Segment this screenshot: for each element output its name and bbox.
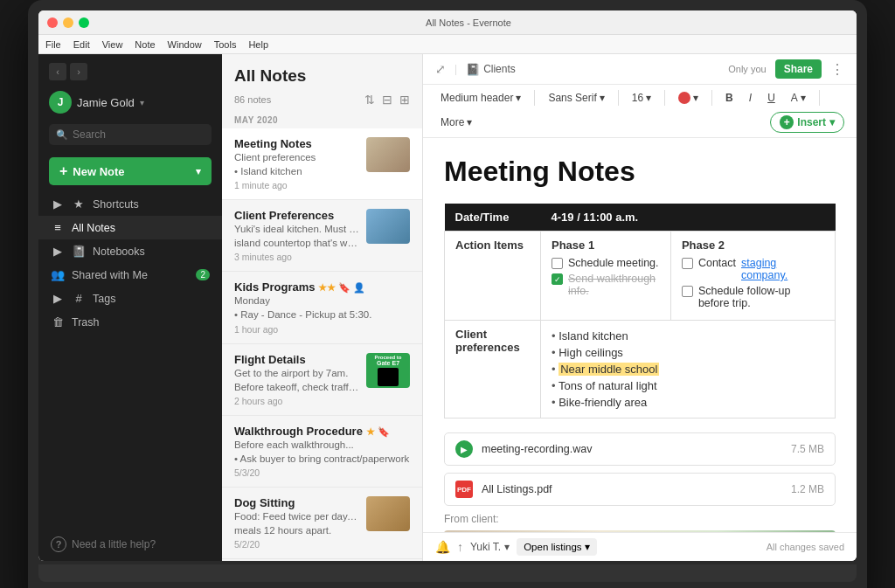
play-icon: ▶: [455, 440, 473, 458]
insert-button[interactable]: + Insert ▾: [770, 112, 844, 133]
note-title: Kids Programs ★★ 🔖 👤: [234, 280, 410, 294]
toolbar-separator: [819, 90, 820, 106]
checkbox-label-strikethrough: Send walkthrough info.: [568, 273, 660, 297]
topbar-right: Only you Share ⋮: [728, 59, 844, 79]
sidebar-item-shared[interactable]: 👥 Shared with Me 2: [38, 263, 222, 287]
open-listings-button[interactable]: Open listings ▾: [517, 538, 596, 556]
expand-icon[interactable]: ⤢: [435, 62, 446, 76]
sidebar-item-trash[interactable]: 🗑 Trash: [38, 310, 222, 334]
user-row[interactable]: J Jamie Gold ▾: [38, 86, 222, 119]
more-button[interactable]: ⋮: [830, 61, 844, 78]
minimize-button[interactable]: [63, 17, 73, 28]
list-item[interactable]: Kids Programs ★★ 🔖 👤 Monday • Ray - Danc…: [222, 272, 422, 343]
close-button[interactable]: [47, 17, 58, 28]
list-item[interactable]: Meeting Notes Client preferences • Islan…: [222, 128, 422, 200]
sidebar-label-all-notes: All Notes: [72, 222, 115, 234]
note-content: Kids Programs ★★ 🔖 👤 Monday • Ray - Danc…: [234, 280, 410, 334]
section-header: MAY 2020: [222, 112, 422, 128]
new-note-button[interactable]: + New Note ▾: [49, 157, 212, 185]
pref-item: High ceilings: [552, 344, 824, 361]
action-items-label: Action Items: [445, 232, 541, 321]
menu-edit[interactable]: Edit: [73, 39, 90, 50]
note-tag-icons: 🔖 👤: [338, 282, 365, 293]
text-style-button[interactable]: A ▾: [786, 89, 811, 107]
note-title: Walkthrough Procedure ★ 🔖: [234, 425, 410, 438]
size-button[interactable]: 16 ▾: [627, 89, 656, 107]
underline-button[interactable]: U: [762, 89, 781, 107]
color-button[interactable]: ▾: [673, 89, 704, 107]
meeting-table: Date/Time 4-19 / 11:00 a.m. Action Items…: [444, 204, 836, 419]
note-time: 5/2/20: [234, 539, 359, 550]
list-item[interactable]: Walkthrough Procedure ★ 🔖 Before each wa…: [222, 416, 422, 488]
note-thumbnail: [366, 496, 410, 531]
header-style-button[interactable]: Medium header ▾: [435, 89, 526, 107]
search-placeholder: Search: [73, 128, 106, 141]
font-button[interactable]: Sans Serif ▾: [543, 89, 609, 107]
footer-user[interactable]: Yuki T. ▾: [470, 541, 510, 553]
menu-note[interactable]: Note: [135, 39, 155, 50]
attachment-audio[interactable]: ▶ meeting-recording.wav 7.5 MB: [444, 432, 836, 466]
notes-tools: ⇅ ⊟ ⊞: [364, 93, 410, 107]
editor-body[interactable]: Meeting Notes Date/Time 4-19 / 11:00 a.m…: [423, 138, 857, 532]
checkbox[interactable]: [682, 258, 693, 269]
sidebar-item-notebooks[interactable]: ▶ 📓 Notebooks: [38, 239, 222, 263]
checkbox-checked[interactable]: ✓: [552, 273, 563, 285]
attachment-pdf[interactable]: PDF All Listings.pdf 1.2 MB: [444, 473, 836, 506]
menu-help[interactable]: Help: [248, 39, 268, 50]
maximize-button[interactable]: [79, 17, 89, 28]
new-note-label: New Note: [73, 165, 124, 178]
staging-company-link[interactable]: staging company.: [741, 257, 824, 281]
sidebar-item-all-notes[interactable]: ≡ All Notes: [38, 216, 222, 239]
menu-view[interactable]: View: [102, 39, 123, 50]
editor-footer: 🔔 ↑ Yuki T. ▾ Open listings ▾ All change…: [423, 532, 857, 561]
sidebar-label-shortcuts: Shortcuts: [93, 198, 139, 211]
search-bar[interactable]: 🔍 Search: [49, 124, 212, 145]
phase2-cell: Phase 2 Contact staging company. Schedul…: [670, 232, 835, 321]
list-item[interactable]: Client Preferences Yuki's ideal kitchen.…: [222, 200, 422, 272]
bold-button[interactable]: B: [720, 89, 739, 107]
header-caret: ▾: [516, 92, 521, 104]
from-client-label: From client:: [444, 513, 836, 525]
sidebar-item-shortcuts[interactable]: ▶ ★ Shortcuts: [38, 192, 222, 216]
filter-icon[interactable]: ⊟: [382, 93, 392, 107]
stars-icon: ★: [366, 426, 378, 437]
star-icon: ★: [72, 197, 86, 211]
forward-arrow[interactable]: ›: [70, 63, 87, 80]
new-note-caret: ▾: [196, 166, 201, 177]
more-button[interactable]: More ▾: [435, 114, 477, 131]
help-row[interactable]: ? Need a little help?: [38, 528, 222, 561]
list-item[interactable]: Dog Sitting Food: Feed twice per day. Sp…: [222, 488, 422, 559]
menu-file[interactable]: File: [45, 39, 61, 50]
checkbox[interactable]: [552, 258, 563, 269]
toolbar-separator: [711, 90, 712, 106]
note-title: Dog Sitting: [234, 496, 359, 509]
tags-caret: ▶: [51, 292, 65, 305]
topbar-notebook[interactable]: 📓 Clients: [466, 63, 516, 76]
room-image-inner: [444, 530, 836, 532]
list-item[interactable]: Flight Details Get to the airport by 7am…: [222, 344, 422, 416]
toolbar-separator: [664, 90, 665, 106]
share-button[interactable]: Share: [775, 59, 822, 79]
attachment-name: All Listings.pdf: [482, 483, 552, 495]
share-footer-icon[interactable]: ↑: [457, 540, 463, 554]
window-controls[interactable]: [47, 17, 89, 28]
laptop-chin: [38, 564, 857, 582]
color-swatch: [678, 92, 690, 104]
menu-tools[interactable]: Tools: [214, 39, 237, 50]
sidebar-label-tags: Tags: [93, 293, 115, 305]
view-icon[interactable]: ⊞: [399, 93, 410, 107]
checkbox[interactable]: [682, 286, 693, 297]
checkbox-row: Schedule meeting.: [552, 257, 660, 269]
pdf-icon: PDF: [455, 481, 473, 498]
note-thumbnail: Proceed to Gate E7: [366, 353, 410, 388]
open-listings-label: Open listings: [524, 542, 581, 552]
italic-button[interactable]: I: [744, 89, 757, 107]
note-thumbnail: [366, 137, 410, 172]
bell-icon[interactable]: 🔔: [435, 540, 450, 554]
back-arrow[interactable]: ‹: [49, 63, 66, 80]
shortcuts-icon: ▶: [51, 197, 65, 211]
sidebar-item-tags[interactable]: ▶ # Tags: [38, 287, 222, 310]
menu-window[interactable]: Window: [168, 39, 202, 50]
sort-icon[interactable]: ⇅: [364, 93, 375, 107]
insert-caret: ▾: [829, 116, 835, 128]
